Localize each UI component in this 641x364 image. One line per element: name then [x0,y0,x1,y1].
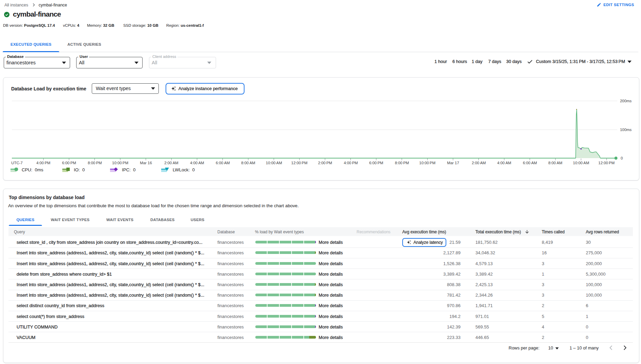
svg-text:2:00 AM: 2:00 AM [472,161,486,165]
svg-text:UTC-7: UTC-7 [11,161,23,165]
svg-text:Mar 17: Mar 17 [447,161,459,165]
svg-text:10:00 AM: 10:00 AM [573,161,589,165]
svg-text:4:00 AM: 4:00 AM [497,161,511,165]
svg-text:Mar 16: Mar 16 [140,161,152,165]
svg-text:6:00 PM: 6:00 PM [369,161,383,165]
svg-text:12:00 PM: 12:00 PM [291,161,307,165]
svg-text:6:00 AM: 6:00 AM [523,161,537,165]
svg-text:200ms: 200ms [620,99,632,103]
svg-text:2:00 PM: 2:00 PM [318,161,332,165]
svg-text:8:00 PM: 8:00 PM [395,161,409,165]
svg-text:4:00 PM: 4:00 PM [344,161,358,165]
svg-text:10:00 AM: 10:00 AM [266,161,282,165]
svg-text:6:00 PM: 6:00 PM [62,161,76,165]
svg-text:4:00 AM: 4:00 AM [190,161,204,165]
svg-text:6:00 AM: 6:00 AM [216,161,230,165]
svg-text:2:00 AM: 2:00 AM [164,161,178,165]
svg-text:10:00 PM: 10:00 PM [419,161,435,165]
svg-text:8:00 PM: 8:00 PM [88,161,102,165]
svg-text:12:00 PM: 12:00 PM [598,161,615,165]
svg-text:10:00 PM: 10:00 PM [112,161,128,165]
svg-text:0: 0 [621,156,623,160]
svg-text:100ms: 100ms [620,128,632,132]
svg-text:8:00 AM: 8:00 AM [548,161,562,165]
svg-text:4:00 PM: 4:00 PM [36,161,50,165]
svg-text:8:00 AM: 8:00 AM [241,161,255,165]
